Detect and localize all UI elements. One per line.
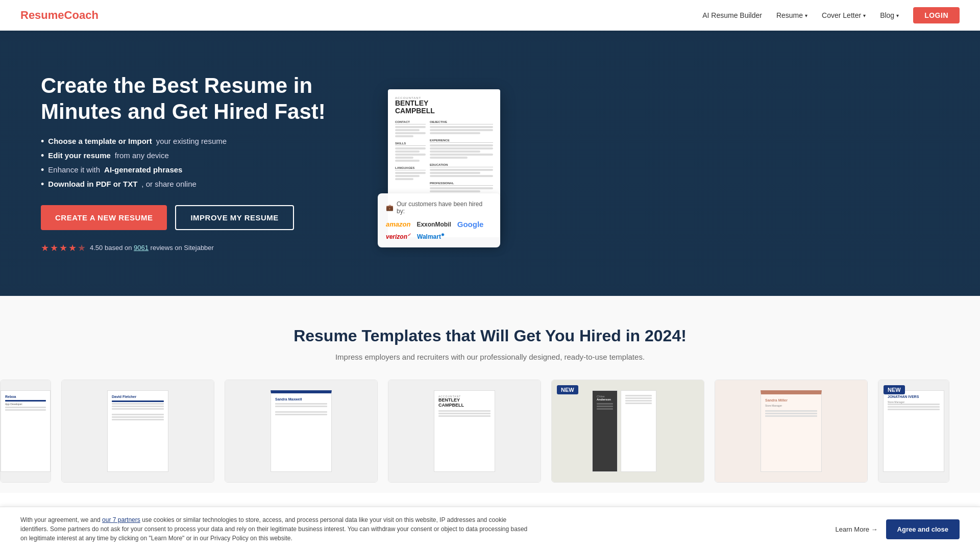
templates-subtitle: Impress employers and recruiters with ou…	[0, 353, 980, 361]
improve-resume-button[interactable]: IMPROVE MY RESUME	[175, 205, 293, 230]
bullet-3: Enhance it with AI-generated phrases	[41, 165, 347, 174]
star-5: ★	[78, 242, 86, 254]
template-card-david[interactable]: David Fletcher	[61, 380, 214, 483]
hero-right: ACCOUNTANT BENTLEYCAMPBELL CONTACT SKILL…	[388, 89, 500, 237]
resume-name: BENTLEYCAMPBELL	[395, 99, 493, 115]
template-card-sandra-m[interactable]: Sandra Maxwell	[225, 380, 378, 483]
template-preview: Reboa App Developer:	[1, 380, 51, 482]
template-mini-chloe-right	[621, 390, 656, 472]
template-mini-jonathan: JONATHAN IVERS Store Manager	[883, 390, 944, 472]
template-preview-chloe: Chloe Anderson	[552, 380, 704, 482]
hired-by-box: 💼 Our customers have been hired by: amaz…	[378, 193, 500, 247]
template-card-bentley[interactable]: ACCOUNTANT BENTLEYCAMPBELL	[388, 380, 541, 483]
new-badge-jonathan: NEW	[884, 385, 905, 394]
templates-scroll[interactable]: Reboa App Developer: David Fletcher	[0, 380, 980, 483]
walmart-logo: Walmart✸	[417, 233, 445, 240]
star-2: ★	[50, 242, 58, 254]
template-mini: Reboa App Developer:	[1, 390, 51, 472]
hero-buttons: CREATE A NEW RESUME IMPROVE MY RESUME	[41, 205, 347, 230]
resume-chevron-icon: ▾	[805, 13, 807, 18]
hired-by-title: 💼 Our customers have been hired by:	[386, 201, 492, 215]
template-preview-sandra-mi: Sandra Miller Store Manager	[715, 380, 867, 482]
logo-prefix: Resume	[20, 9, 64, 21]
resume-right-col: OBJECTIVE EXPERIENCE EDUCATION	[430, 120, 493, 193]
star-1: ★	[41, 242, 49, 254]
briefcase-icon: 💼	[386, 204, 394, 211]
logo-suffix: Coach	[64, 9, 99, 21]
templates-section: Resume Templates that Will Get You Hired…	[0, 296, 980, 493]
resume-left-col: CONTACT SKILLS LANGUAGES	[395, 120, 426, 193]
rating-row: ★ ★ ★ ★ ★ 4.50 based on 9061 reviews on …	[41, 242, 347, 254]
nav-links: AI Resume Builder Resume ▾ Cover Letter …	[702, 7, 960, 23]
template-mini-bentley: ACCOUNTANT BENTLEYCAMPBELL	[434, 390, 495, 472]
nav-blog[interactable]: Blog ▾	[880, 11, 899, 19]
create-resume-button[interactable]: CREATE A NEW RESUME	[41, 205, 167, 230]
template-mini-sandra-mi: Sandra Miller Store Manager	[761, 390, 822, 472]
resume-card-body: CONTACT SKILLS LANGUAGES	[395, 120, 493, 193]
contact-section: CONTACT	[395, 120, 426, 124]
template-preview-david: David Fletcher	[62, 380, 214, 482]
hero-section: Create the Best Resume in Minutes and Ge…	[0, 31, 980, 296]
template-card-jonathan[interactable]: NEW JONATHAN IVERS Store Manager	[878, 380, 949, 483]
hero-title: Create the Best Resume in Minutes and Ge…	[41, 73, 347, 124]
blog-chevron-icon: ▾	[896, 13, 899, 18]
rating-score: 4.50 based on 9061 reviews on Sitejabber	[90, 244, 214, 252]
template-mini-sandra-m: Sandra Maxwell	[271, 390, 332, 472]
google-logo: Google	[457, 220, 484, 229]
nav-cover-letter[interactable]: Cover Letter ▾	[822, 11, 866, 19]
exxonmobil-logo: ExxonMobil	[416, 221, 451, 228]
star-3: ★	[59, 242, 67, 254]
new-badge-chloe: NEW	[557, 385, 578, 394]
rating-link[interactable]: 9061	[134, 244, 149, 252]
skills-section: SKILLS	[395, 142, 426, 146]
bullet-4: Download in PDF or TXT , or share online	[41, 180, 347, 189]
template-card-partial[interactable]: Reboa App Developer:	[0, 380, 51, 483]
hired-logos: amazon ExxonMobil Google verizon✓ Walmar…	[386, 220, 492, 240]
template-card-chloe[interactable]: NEW Chloe Anderson	[551, 380, 704, 483]
template-preview-sandra-m: Sandra Maxwell	[225, 380, 377, 482]
languages-section: LANGUAGES	[395, 166, 426, 170]
template-mini-chloe-left: Chloe Anderson	[592, 390, 618, 472]
login-button[interactable]: LOGIN	[913, 7, 960, 23]
template-mini-david: David Fletcher	[107, 390, 168, 472]
verizon-logo: verizon✓	[386, 233, 411, 240]
objective-section: OBJECTIVE	[430, 120, 493, 124]
templates-title: Resume Templates that Will Get You Hired…	[0, 327, 980, 345]
template-preview-jonathan: JONATHAN IVERS Store Manager	[878, 380, 949, 482]
cover-letter-chevron-icon: ▾	[863, 13, 866, 18]
experience-section: EXPERIENCE	[430, 139, 493, 143]
hero-left: Create the Best Resume in Minutes and Ge…	[41, 73, 347, 254]
template-preview-bentley: ACCOUNTANT BENTLEYCAMPBELL	[388, 380, 541, 482]
template-card-sandra-mi[interactable]: Sandra Miller Store Manager	[715, 380, 868, 483]
professional-section: PROFESSIONAL	[430, 182, 493, 186]
nav-ai-builder[interactable]: AI Resume Builder	[702, 11, 762, 19]
rating-stars: ★ ★ ★ ★ ★	[41, 242, 86, 254]
education-section: EDUCATION	[430, 163, 493, 167]
navbar: ResumeCoach AI Resume Builder Resume ▾ C…	[0, 0, 980, 31]
hero-bullets: Choose a template or Import your existin…	[41, 137, 347, 189]
amazon-logo: amazon	[386, 220, 410, 228]
nav-resume[interactable]: Resume ▾	[776, 11, 807, 19]
logo[interactable]: ResumeCoach	[20, 9, 99, 22]
star-4: ★	[68, 242, 77, 254]
bullet-1: Choose a template or Import your existin…	[41, 137, 347, 146]
bullet-2: Edit your resume from any device	[41, 151, 347, 160]
